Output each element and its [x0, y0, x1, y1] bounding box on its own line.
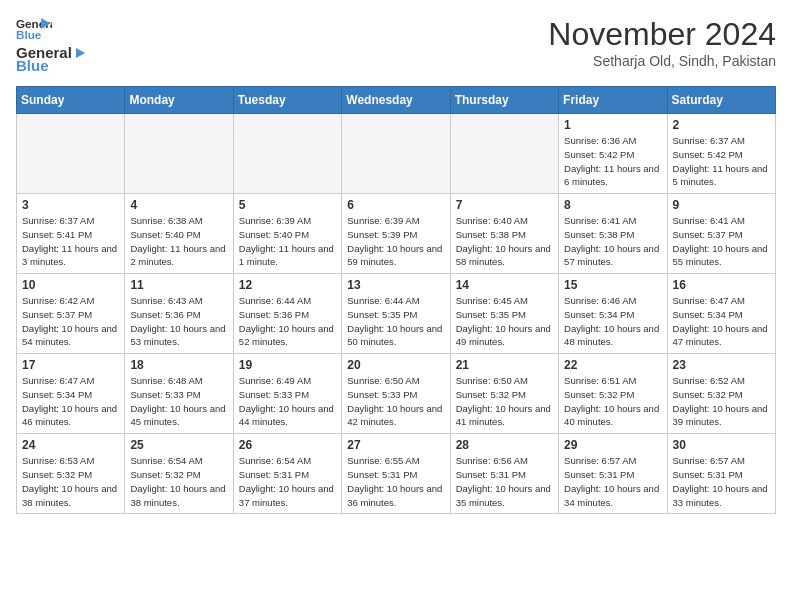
day-info: Sunrise: 6:45 AM Sunset: 5:35 PM Dayligh… [456, 294, 553, 349]
day-info: Sunrise: 6:55 AM Sunset: 5:31 PM Dayligh… [347, 454, 444, 509]
day-info: Sunrise: 6:54 AM Sunset: 5:32 PM Dayligh… [130, 454, 227, 509]
calendar-day-cell: 4Sunrise: 6:38 AM Sunset: 5:40 PM Daylig… [125, 194, 233, 274]
day-number: 15 [564, 278, 661, 292]
calendar-subtitle: Setharja Old, Sindh, Pakistan [548, 53, 776, 69]
calendar-day-cell: 14Sunrise: 6:45 AM Sunset: 5:35 PM Dayli… [450, 274, 558, 354]
day-info: Sunrise: 6:37 AM Sunset: 5:42 PM Dayligh… [673, 134, 770, 189]
day-number: 22 [564, 358, 661, 372]
calendar-day-cell: 24Sunrise: 6:53 AM Sunset: 5:32 PM Dayli… [17, 434, 125, 514]
day-info: Sunrise: 6:41 AM Sunset: 5:37 PM Dayligh… [673, 214, 770, 269]
day-number: 13 [347, 278, 444, 292]
day-number: 26 [239, 438, 336, 452]
day-number: 16 [673, 278, 770, 292]
day-number: 5 [239, 198, 336, 212]
calendar-day-cell: 20Sunrise: 6:50 AM Sunset: 5:33 PM Dayli… [342, 354, 450, 434]
calendar-day-cell: 25Sunrise: 6:54 AM Sunset: 5:32 PM Dayli… [125, 434, 233, 514]
calendar-day-cell: 30Sunrise: 6:57 AM Sunset: 5:31 PM Dayli… [667, 434, 775, 514]
day-number: 12 [239, 278, 336, 292]
day-info: Sunrise: 6:57 AM Sunset: 5:31 PM Dayligh… [673, 454, 770, 509]
weekday-header-friday: Friday [559, 87, 667, 114]
day-info: Sunrise: 6:52 AM Sunset: 5:32 PM Dayligh… [673, 374, 770, 429]
calendar-day-cell [17, 114, 125, 194]
calendar-week-row: 3Sunrise: 6:37 AM Sunset: 5:41 PM Daylig… [17, 194, 776, 274]
day-info: Sunrise: 6:38 AM Sunset: 5:40 PM Dayligh… [130, 214, 227, 269]
day-info: Sunrise: 6:50 AM Sunset: 5:32 PM Dayligh… [456, 374, 553, 429]
day-info: Sunrise: 6:41 AM Sunset: 5:38 PM Dayligh… [564, 214, 661, 269]
logo-arrow-icon [73, 46, 87, 60]
logo: General Blue General Blue [16, 16, 88, 74]
svg-text:Blue: Blue [16, 28, 42, 40]
calendar-day-cell: 3Sunrise: 6:37 AM Sunset: 5:41 PM Daylig… [17, 194, 125, 274]
calendar-day-cell: 26Sunrise: 6:54 AM Sunset: 5:31 PM Dayli… [233, 434, 341, 514]
day-number: 17 [22, 358, 119, 372]
day-info: Sunrise: 6:47 AM Sunset: 5:34 PM Dayligh… [673, 294, 770, 349]
calendar-day-cell [342, 114, 450, 194]
calendar-day-cell: 16Sunrise: 6:47 AM Sunset: 5:34 PM Dayli… [667, 274, 775, 354]
calendar-day-cell: 1Sunrise: 6:36 AM Sunset: 5:42 PM Daylig… [559, 114, 667, 194]
calendar-day-cell: 7Sunrise: 6:40 AM Sunset: 5:38 PM Daylig… [450, 194, 558, 274]
weekday-header-tuesday: Tuesday [233, 87, 341, 114]
calendar-day-cell: 21Sunrise: 6:50 AM Sunset: 5:32 PM Dayli… [450, 354, 558, 434]
calendar-title: November 2024 [548, 16, 776, 53]
calendar-day-cell: 13Sunrise: 6:44 AM Sunset: 5:35 PM Dayli… [342, 274, 450, 354]
day-number: 30 [673, 438, 770, 452]
calendar-day-cell: 8Sunrise: 6:41 AM Sunset: 5:38 PM Daylig… [559, 194, 667, 274]
day-number: 21 [456, 358, 553, 372]
calendar-day-cell: 11Sunrise: 6:43 AM Sunset: 5:36 PM Dayli… [125, 274, 233, 354]
day-number: 11 [130, 278, 227, 292]
day-number: 19 [239, 358, 336, 372]
calendar-day-cell: 15Sunrise: 6:46 AM Sunset: 5:34 PM Dayli… [559, 274, 667, 354]
calendar-day-cell: 9Sunrise: 6:41 AM Sunset: 5:37 PM Daylig… [667, 194, 775, 274]
day-info: Sunrise: 6:37 AM Sunset: 5:41 PM Dayligh… [22, 214, 119, 269]
weekday-header-row: SundayMondayTuesdayWednesdayThursdayFrid… [17, 87, 776, 114]
day-info: Sunrise: 6:36 AM Sunset: 5:42 PM Dayligh… [564, 134, 661, 189]
day-number: 4 [130, 198, 227, 212]
calendar-day-cell [125, 114, 233, 194]
day-info: Sunrise: 6:57 AM Sunset: 5:31 PM Dayligh… [564, 454, 661, 509]
calendar-day-cell: 6Sunrise: 6:39 AM Sunset: 5:39 PM Daylig… [342, 194, 450, 274]
calendar-day-cell: 19Sunrise: 6:49 AM Sunset: 5:33 PM Dayli… [233, 354, 341, 434]
calendar-day-cell: 2Sunrise: 6:37 AM Sunset: 5:42 PM Daylig… [667, 114, 775, 194]
day-info: Sunrise: 6:43 AM Sunset: 5:36 PM Dayligh… [130, 294, 227, 349]
day-number: 14 [456, 278, 553, 292]
day-number: 20 [347, 358, 444, 372]
day-info: Sunrise: 6:39 AM Sunset: 5:39 PM Dayligh… [347, 214, 444, 269]
day-info: Sunrise: 6:44 AM Sunset: 5:36 PM Dayligh… [239, 294, 336, 349]
day-number: 18 [130, 358, 227, 372]
day-number: 24 [22, 438, 119, 452]
day-info: Sunrise: 6:46 AM Sunset: 5:34 PM Dayligh… [564, 294, 661, 349]
calendar-day-cell [450, 114, 558, 194]
weekday-header-monday: Monday [125, 87, 233, 114]
logo-icon: General Blue [16, 16, 52, 40]
calendar-day-cell: 18Sunrise: 6:48 AM Sunset: 5:33 PM Dayli… [125, 354, 233, 434]
title-block: November 2024 Setharja Old, Sindh, Pakis… [548, 16, 776, 69]
day-info: Sunrise: 6:48 AM Sunset: 5:33 PM Dayligh… [130, 374, 227, 429]
weekday-header-wednesday: Wednesday [342, 87, 450, 114]
calendar-table: SundayMondayTuesdayWednesdayThursdayFrid… [16, 86, 776, 514]
calendar-day-cell: 27Sunrise: 6:55 AM Sunset: 5:31 PM Dayli… [342, 434, 450, 514]
calendar-week-row: 24Sunrise: 6:53 AM Sunset: 5:32 PM Dayli… [17, 434, 776, 514]
day-number: 3 [22, 198, 119, 212]
calendar-day-cell [233, 114, 341, 194]
calendar-week-row: 1Sunrise: 6:36 AM Sunset: 5:42 PM Daylig… [17, 114, 776, 194]
page-header: General Blue General Blue November 2024 … [16, 16, 776, 74]
day-info: Sunrise: 6:40 AM Sunset: 5:38 PM Dayligh… [456, 214, 553, 269]
day-number: 10 [22, 278, 119, 292]
day-number: 27 [347, 438, 444, 452]
calendar-day-cell: 28Sunrise: 6:56 AM Sunset: 5:31 PM Dayli… [450, 434, 558, 514]
day-number: 8 [564, 198, 661, 212]
day-info: Sunrise: 6:56 AM Sunset: 5:31 PM Dayligh… [456, 454, 553, 509]
weekday-header-thursday: Thursday [450, 87, 558, 114]
day-info: Sunrise: 6:47 AM Sunset: 5:34 PM Dayligh… [22, 374, 119, 429]
logo-blue-text: Blue [16, 57, 49, 74]
calendar-day-cell: 10Sunrise: 6:42 AM Sunset: 5:37 PM Dayli… [17, 274, 125, 354]
day-info: Sunrise: 6:50 AM Sunset: 5:33 PM Dayligh… [347, 374, 444, 429]
day-info: Sunrise: 6:39 AM Sunset: 5:40 PM Dayligh… [239, 214, 336, 269]
day-number: 25 [130, 438, 227, 452]
day-info: Sunrise: 6:42 AM Sunset: 5:37 PM Dayligh… [22, 294, 119, 349]
svg-marker-3 [76, 48, 85, 58]
calendar-day-cell: 12Sunrise: 6:44 AM Sunset: 5:36 PM Dayli… [233, 274, 341, 354]
day-number: 29 [564, 438, 661, 452]
day-number: 1 [564, 118, 661, 132]
day-number: 7 [456, 198, 553, 212]
